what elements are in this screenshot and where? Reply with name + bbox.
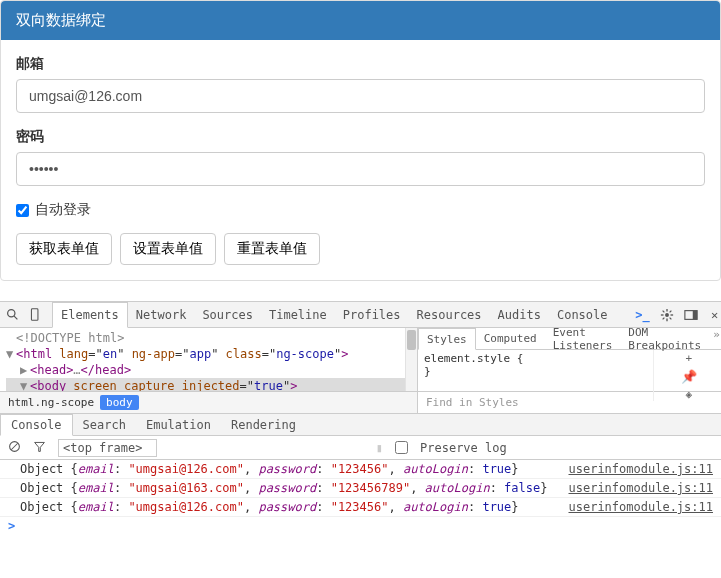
devtools-drawer-tabs: ConsoleSearchEmulationRendering [0,414,721,436]
svg-line-10 [662,317,664,319]
dock-icon[interactable] [684,308,698,322]
breadcrumb-html[interactable]: html.ng-scope [8,396,94,409]
svg-line-11 [669,310,671,312]
frame-select[interactable]: <top frame> [58,439,157,457]
devtools-tab-sources[interactable]: Sources [194,302,261,327]
styles-tab-styles[interactable]: Styles [418,328,476,350]
svg-line-8 [662,310,664,312]
panel-body: 邮箱 密码 自动登录 获取表单值 设置表单值 重置表单值 [1,40,720,280]
console-output[interactable]: Object {email: "umgsai@126.com", passwor… [0,460,721,517]
set-form-button[interactable]: 设置表单值 [120,233,216,265]
console-toolbar: <top frame> ▮ Preserve log [0,436,721,460]
autologin-checkbox[interactable] [16,204,29,217]
devtools-toolbar: ElementsNetworkSourcesTimelineProfilesRe… [0,302,721,328]
clear-console-icon[interactable] [8,440,21,456]
styles-tab-event-listeners[interactable]: Event Listeners [545,328,621,349]
console-prompt[interactable]: > [0,517,721,535]
preserve-log-checkbox[interactable] [395,441,408,454]
devtools-tab-timeline[interactable]: Timeline [261,302,335,327]
svg-line-1 [14,316,17,319]
svg-line-9 [669,317,671,319]
reset-form-button[interactable]: 重置表单值 [224,233,320,265]
form-panel: 双向数据绑定 邮箱 密码 自动登录 获取表单值 设置表单值 重置表单值 [0,0,721,281]
drawer-tab-search[interactable]: Search [73,414,136,435]
styles-find-input[interactable]: Find in Styles [418,396,721,409]
get-form-button[interactable]: 获取表单值 [16,233,112,265]
console-object[interactable]: Object {email: "umgsai@163.com", passwor… [20,481,547,495]
svg-rect-2 [31,309,38,320]
svg-point-0 [8,310,15,317]
settings-icon[interactable] [660,308,674,322]
styles-pane: StylesComputedEvent ListenersDOM Breakpo… [418,328,721,391]
console-object[interactable]: Object {email: "umgsai@126.com", passwor… [20,462,519,476]
styles-tab-dom-breakpoints[interactable]: DOM Breakpoints [620,328,709,349]
devtools-tab-profiles[interactable]: Profiles [335,302,409,327]
devtools-tab-audits[interactable]: Audits [490,302,549,327]
styles-selector: element.style { [424,352,647,365]
styles-rules[interactable]: element.style { } [418,350,654,401]
svg-line-15 [11,443,18,450]
devtools-panel: ElementsNetworkSourcesTimelineProfilesRe… [0,301,721,535]
password-field[interactable] [16,152,705,186]
email-label: 邮箱 [16,55,705,73]
devtools-top-tabs: ElementsNetworkSourcesTimelineProfilesRe… [52,302,616,327]
email-field[interactable] [16,79,705,113]
filter-icon[interactable] [33,440,46,456]
console-object[interactable]: Object {email: "umgsai@126.com", passwor… [20,500,519,514]
drawer-tab-rendering[interactable]: Rendering [221,414,306,435]
devtools-tab-network[interactable]: Network [128,302,195,327]
pin-icon[interactable]: 📌 [681,369,697,384]
devtools-tab-elements[interactable]: Elements [52,302,128,328]
console-toggle-icon[interactable]: >_ [636,308,650,322]
preserve-log-label: Preserve log [420,441,507,455]
password-label: 密码 [16,128,705,146]
elements-scrollbar[interactable] [405,328,417,391]
drawer-tab-emulation[interactable]: Emulation [136,414,221,435]
svg-rect-13 [692,310,696,319]
devtools-close-icon[interactable]: ✕ [708,308,721,322]
search-icon[interactable] [6,308,19,322]
console-source-link[interactable]: userinfomodule.js:11 [569,481,714,495]
elements-tree[interactable]: <!DOCTYPE html>▼<html lang="en" ng-app="… [0,328,418,391]
breadcrumb-body[interactable]: body [100,395,139,410]
styles-tab-computed[interactable]: Computed [476,328,545,349]
styles-tabs-overflow-icon[interactable]: » [709,328,721,349]
panel-title: 双向数据绑定 [1,1,720,40]
new-rule-icon[interactable]: + [685,352,692,365]
autologin-label: 自动登录 [35,201,91,219]
drawer-tab-console[interactable]: Console [0,414,73,436]
console-source-link[interactable]: userinfomodule.js:11 [569,462,714,476]
elements-breadcrumb[interactable]: html.ng-scope body [0,392,418,413]
devtools-tab-resources[interactable]: Resources [409,302,490,327]
styles-close-brace: } [424,365,647,378]
svg-point-3 [665,313,669,317]
svg-marker-16 [35,442,45,451]
device-icon[interactable] [29,308,42,322]
console-source-link[interactable]: userinfomodule.js:11 [569,500,714,514]
devtools-tab-console[interactable]: Console [549,302,616,327]
